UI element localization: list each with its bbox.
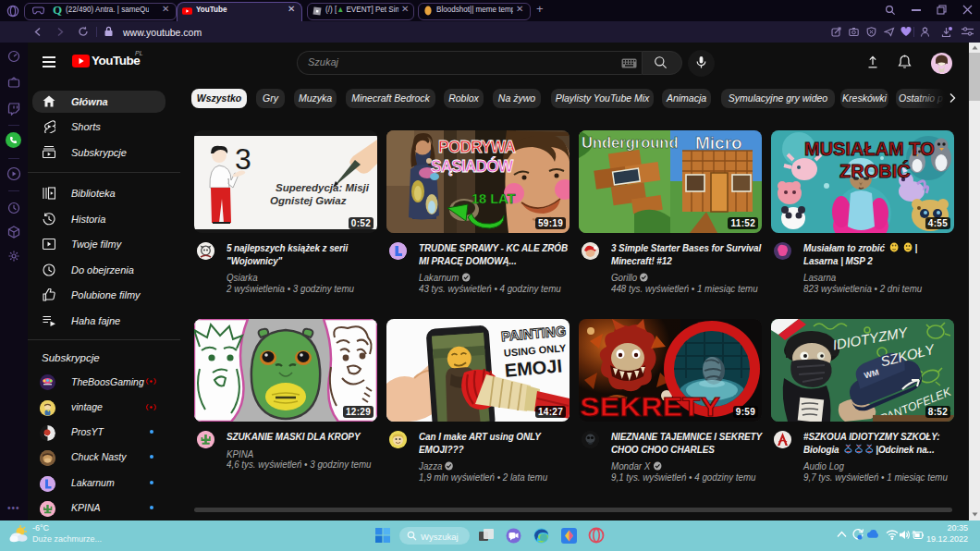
svg-text:Underground: Underground	[582, 134, 679, 151]
svg-text:MUSIAŁAM TO: MUSIAŁAM TO	[804, 139, 935, 159]
svg-text:SĄSIADÓW: SĄSIADÓW	[431, 156, 514, 176]
svg-text:3: 3	[235, 142, 251, 176]
svg-text:18 LAT: 18 LAT	[472, 191, 515, 206]
svg-text:PODRYWA: PODRYWA	[438, 138, 516, 156]
svg-text:ZROBIĆ: ZROBIĆ	[839, 160, 911, 181]
svg-text:Micro: Micro	[695, 133, 742, 153]
svg-text:SEKRETY: SEKRETY	[580, 392, 720, 422]
